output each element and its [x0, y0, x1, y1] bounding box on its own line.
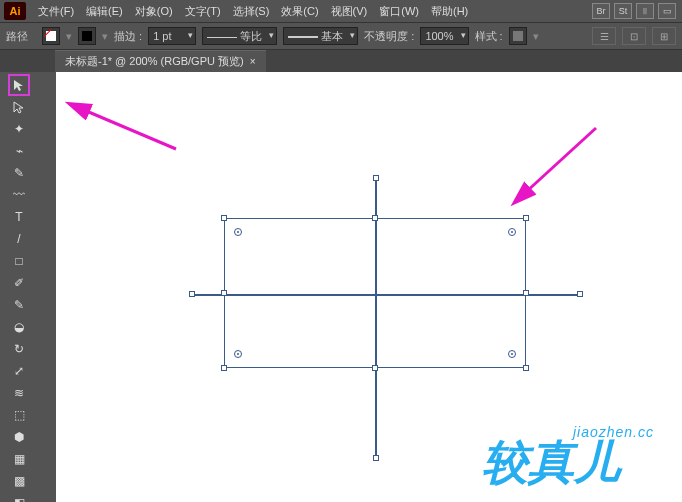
brush-definition-field[interactable]: 基本	[283, 27, 358, 45]
app-frame: Ai 文件(F) 编辑(E) 对象(O) 文字(T) 选择(S) 效果(C) 视…	[0, 0, 682, 502]
document-tab-title: 未标题-1* @ 200% (RGB/GPU 预览)	[65, 54, 244, 69]
opt-path-label: 路径	[6, 29, 36, 44]
brush-definition-value: 基本	[321, 30, 343, 42]
gradient-tool[interactable]: ◧	[9, 493, 29, 502]
svg-line-1	[526, 128, 596, 192]
selection-handle-bl[interactable]	[221, 365, 227, 371]
rotate-tool[interactable]: ↻	[9, 339, 29, 359]
menu-view[interactable]: 视图(V)	[325, 4, 374, 19]
menu-type[interactable]: 文字(T)	[179, 4, 227, 19]
menubar-right-icons: Br St ⫴ ▭	[592, 3, 682, 19]
annotation-arrow-right	[496, 122, 606, 206]
selection-handle-tl[interactable]	[221, 215, 227, 221]
live-corner-bl[interactable]	[234, 350, 242, 358]
line-end-handle[interactable]	[373, 455, 379, 461]
opacity-label: 不透明度 :	[364, 29, 414, 44]
canvas-area[interactable]: jiaozhen.cc 较真儿	[56, 72, 682, 502]
selected-rectangle[interactable]	[224, 218, 526, 368]
width-tool[interactable]: ≋	[9, 383, 29, 403]
direct-selection-tool[interactable]	[9, 97, 29, 117]
bridge-icon[interactable]: Br	[592, 3, 610, 19]
rectangle-tool[interactable]: □	[9, 251, 29, 271]
stock-icon[interactable]: St	[614, 3, 632, 19]
type-tool[interactable]: T	[9, 207, 29, 227]
menu-window[interactable]: 窗口(W)	[373, 4, 425, 19]
selection-handle-ml[interactable]	[221, 290, 227, 296]
artboard[interactable]: jiaozhen.cc 较真儿	[56, 72, 682, 502]
transform-icon[interactable]: ⊡	[622, 27, 646, 45]
brush-profile-field[interactable]: 等比	[202, 27, 277, 45]
free-transform-tool[interactable]: ⬚	[9, 405, 29, 425]
watermark-logo-text: 较真儿	[482, 436, 623, 488]
selection-handle-mr[interactable]	[523, 290, 529, 296]
live-corner-tr[interactable]	[508, 228, 516, 236]
stroke-label: 描边 :	[114, 29, 142, 44]
annotation-arrow-left	[76, 104, 186, 158]
scale-tool[interactable]: ⤢	[9, 361, 29, 381]
workspace-icon[interactable]: ▭	[658, 3, 676, 19]
magic-wand-tool[interactable]: ✦	[9, 119, 29, 139]
stroke-width-value: 1 pt	[153, 30, 171, 42]
menu-edit[interactable]: 编辑(E)	[80, 4, 129, 19]
pen-tool[interactable]: ✎	[9, 163, 29, 183]
stroke-swatch[interactable]	[78, 27, 96, 45]
paintbrush-tool[interactable]: ✐	[9, 273, 29, 293]
line-end-handle[interactable]	[189, 291, 195, 297]
selection-handle-bm[interactable]	[372, 365, 378, 371]
menu-file[interactable]: 文件(F)	[32, 4, 80, 19]
style-swatch[interactable]	[509, 27, 527, 45]
shape-builder-tool[interactable]: ⬢	[9, 427, 29, 447]
curvature-tool[interactable]: 〰	[9, 185, 29, 205]
selection-handle-tm[interactable]	[372, 215, 378, 221]
fill-swatch[interactable]	[42, 27, 60, 45]
line-end-handle[interactable]	[577, 291, 583, 297]
line-end-handle[interactable]	[373, 175, 379, 181]
arrange-icon[interactable]: ⫴	[636, 3, 654, 19]
menu-object[interactable]: 对象(O)	[129, 4, 179, 19]
style-label: 样式 :	[475, 29, 503, 44]
eraser-tool[interactable]: ◒	[9, 317, 29, 337]
opacity-field[interactable]: 100%	[420, 27, 468, 45]
brush-profile-value: 等比	[240, 30, 262, 42]
line-tool[interactable]: /	[9, 229, 29, 249]
close-tab-icon[interactable]: ×	[250, 56, 256, 67]
watermark-logo: 较真儿	[482, 434, 672, 496]
selection-tool[interactable]	[9, 75, 29, 95]
menu-bar: Ai 文件(F) 编辑(E) 对象(O) 文字(T) 选择(S) 效果(C) 视…	[0, 0, 682, 22]
lasso-tool[interactable]: ⌁	[9, 141, 29, 161]
tab-bar: 未标题-1* @ 200% (RGB/GPU 预览) ×	[0, 50, 682, 72]
menu-select[interactable]: 选择(S)	[227, 4, 276, 19]
svg-line-0	[84, 110, 176, 149]
isolate-icon[interactable]: ⊞	[652, 27, 676, 45]
selection-handle-tr[interactable]	[523, 215, 529, 221]
live-corner-br[interactable]	[508, 350, 516, 358]
menu-help[interactable]: 帮助(H)	[425, 4, 474, 19]
menu-effect[interactable]: 效果(C)	[275, 4, 324, 19]
options-bar: 路径 ▾ ▾ 描边 : 1 pt 等比 基本 不透明度 : 100% 样式 : …	[0, 22, 682, 50]
shaper-tool[interactable]: ✎	[9, 295, 29, 315]
app-logo: Ai	[4, 2, 26, 20]
stroke-width-field[interactable]: 1 pt	[148, 27, 196, 45]
opacity-value: 100%	[425, 30, 453, 42]
perspective-tool[interactable]: ▦	[9, 449, 29, 469]
align-icon[interactable]: ☰	[592, 27, 616, 45]
tools-panel: ✦ ⌁ ✎ 〰 T / □ ✐ ✎ ◒ ↻ ⤢ ≋ ⬚ ⬢ ▦ ▩ ◧ ✦ ◎ …	[6, 72, 52, 502]
document-tab[interactable]: 未标题-1* @ 200% (RGB/GPU 预览) ×	[55, 50, 266, 72]
selection-handle-br[interactable]	[523, 365, 529, 371]
live-corner-tl[interactable]	[234, 228, 242, 236]
mesh-tool[interactable]: ▩	[9, 471, 29, 491]
